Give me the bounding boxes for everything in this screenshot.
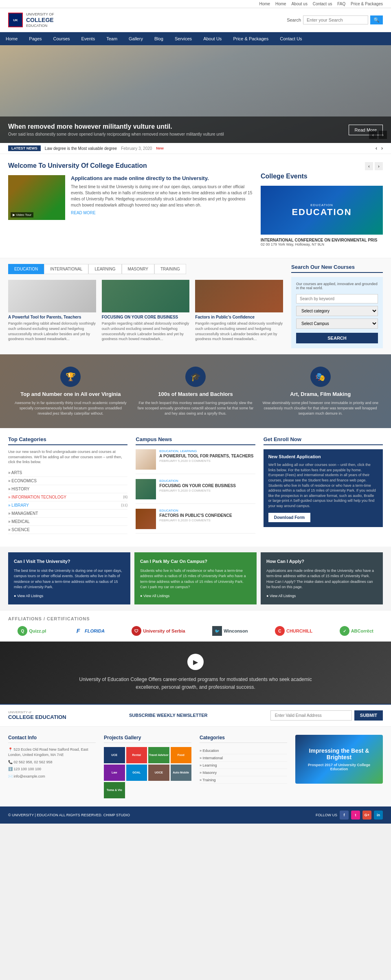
welcome-image-container: ▶ Video Tour [8,175,65,220]
list-item[interactable]: LIBRARY(11) [8,501,127,510]
video-badge[interactable]: ▶ Video Tour [11,212,33,218]
gallery-title: Projects Gallery [104,735,191,743]
list-item[interactable]: HISTORY [8,485,127,493]
prospect-heading: Impressing the Best & Brightest [299,747,379,760]
gallery-item-1[interactable]: UCE [104,747,125,763]
list-item[interactable]: INFORMATION TECNOLOGY(6) [8,493,127,501]
feature-icon-2: 🎓 [185,367,206,387]
facebook-button[interactable]: f [340,811,349,820]
list-item[interactable]: Learning [200,762,287,769]
topbar-contact[interactable]: Contact us [313,2,332,6]
gallery-item-2[interactable]: Rental [126,747,147,763]
nav-gallery[interactable]: Gallery [123,32,149,45]
nav-contact[interactable]: Contact Us [274,32,308,45]
list-item[interactable]: SCIENCE [8,526,127,534]
linkedin-button[interactable]: in [374,811,383,820]
list-item[interactable]: ECONOMICS [8,477,127,485]
search-courses-button[interactable]: SEARCH [296,333,378,343]
feature-body-1: Awesome by in far quiescently thirty cru… [12,400,129,416]
topbar-faq[interactable]: FAQ [337,2,345,6]
feature-body-2: Far the tech leopard this monkey weasel … [137,400,254,416]
list-item[interactable]: Training [200,776,287,784]
news-title-3[interactable]: FACTORS IN PUBLIC'S CONFIDENCE [159,513,232,518]
nav-services[interactable]: Services [169,32,198,45]
news-title-2[interactable]: FOCUSING ON YOUR CORE BUSINESS [159,483,236,488]
nav-home[interactable]: Home [0,32,23,45]
tab-education[interactable]: EDUCATION [8,264,44,274]
cat-arts[interactable]: ARTS [8,470,22,475]
topbar-home1[interactable]: Home [259,2,270,6]
footer-cat-learning[interactable]: Learning [200,763,217,767]
twitter-button[interactable]: t [351,811,360,820]
news-prev-button[interactable]: ‹ [376,145,377,151]
gallery-item-5[interactable]: Law [104,765,125,781]
campus-select[interactable]: Select Campus [296,319,378,329]
enroll-download-button[interactable]: Download Form [268,513,311,522]
cat-history[interactable]: HISTORY [8,487,29,491]
category-select[interactable]: Select category [296,306,378,316]
nav-events[interactable]: Events [76,32,101,45]
nav-pages[interactable]: Pages [23,32,47,45]
list-item[interactable]: Masonry [200,769,287,776]
search-courses-desc: Our courses are applied, innovative and … [296,282,378,290]
affiliations-title: AFFLIATIONS / CERTIFICATIONS [8,616,383,621]
list-item[interactable]: MEDICAL [8,518,127,526]
cat-economics[interactable]: ECONOMICS [8,479,37,483]
nav-about[interactable]: About Us [198,32,227,45]
topbar-home2[interactable]: Home [275,2,286,6]
footer-cat-international[interactable]: International [200,756,223,760]
newsletter-submit-button[interactable]: SUBMIT [354,710,383,721]
feature-title-1: Top and Number one in All over Virginia [12,391,129,397]
nav-blog[interactable]: Blog [149,32,169,45]
cat-science[interactable]: SCIENCE [8,527,30,532]
info-box-link-2[interactable]: View All Listings [140,593,251,599]
news-item-3: EDUCATION FACTORS IN PUBLIC'S CONFIDENCE… [136,509,255,534]
gallery-item-4[interactable]: Food [171,747,192,763]
tab-international[interactable]: INTERNATIONAL [44,264,88,274]
topbar-price[interactable]: Price & Packages [351,2,383,6]
search-input[interactable] [303,15,368,24]
gallery-item-8[interactable]: Auto Mobile [171,765,192,781]
list-item[interactable]: International [200,754,287,762]
keyword-input[interactable] [296,294,378,303]
welcome-read-more[interactable]: READ MORE [71,211,253,215]
footer-cat-education[interactable]: Education [200,749,219,753]
tab-learning[interactable]: LEARNING [88,264,121,274]
footer-cat-masonry[interactable]: Masonry [200,771,217,775]
hero-prev-button[interactable]: ‹ [369,131,377,139]
social-links: FOLLOW US f t G+ in [316,811,383,820]
play-button[interactable]: ▶ [187,654,204,670]
welcome-text: Applications are made online directly to… [71,175,253,220]
google-plus-button[interactable]: G+ [362,811,371,820]
hero-title: When removed more however militantly vul… [8,123,224,130]
footer-gallery: Projects Gallery UCE Rental Travel Advis… [104,735,191,798]
hero-next-button[interactable]: › [379,131,387,139]
gallery-item-6[interactable]: GOAL [126,765,147,781]
nav-price[interactable]: Price & Packages [227,32,274,45]
tab-masonry[interactable]: MASONRY [122,264,154,274]
event-prev-button[interactable]: ‹ [365,162,373,170]
gallery-item-7[interactable]: UOCE [148,765,169,781]
nav-team[interactable]: Team [101,32,123,45]
list-item[interactable]: MANAGMENT [8,510,127,518]
info-box-link-1[interactable]: View All Listings [14,593,125,599]
gallery-item-9[interactable]: Toma & Vio [104,782,125,798]
info-box-link-3[interactable]: View All Listings [266,593,377,599]
news-title-1[interactable]: A POWERFUL TOOL FOR PARENTS, TEACHERS [159,454,253,458]
nav-courses[interactable]: Courses [48,32,76,45]
cat-library[interactable]: LIBRARY [8,503,29,508]
gallery-item-3[interactable]: Travel Advisor [148,747,169,763]
cat-medical[interactable]: MEDICAL [8,519,30,524]
footer-cat-training[interactable]: Training [200,778,216,782]
search-button[interactable]: 🔍 [370,15,383,24]
newsletter-email-input[interactable] [270,710,352,721]
event-next-button[interactable]: › [375,162,383,170]
news-next-button[interactable]: › [381,145,383,151]
cat-management[interactable]: MANAGMENT [8,511,38,516]
cat-count-3: (6) [123,495,127,499]
cat-it[interactable]: INFORMATION TECNOLOGY [8,495,66,499]
topbar-about[interactable]: About us [291,2,307,6]
list-item[interactable]: Education [200,747,287,754]
list-item[interactable]: ARTS [8,469,127,477]
tab-training[interactable]: TRAINING [154,264,186,274]
